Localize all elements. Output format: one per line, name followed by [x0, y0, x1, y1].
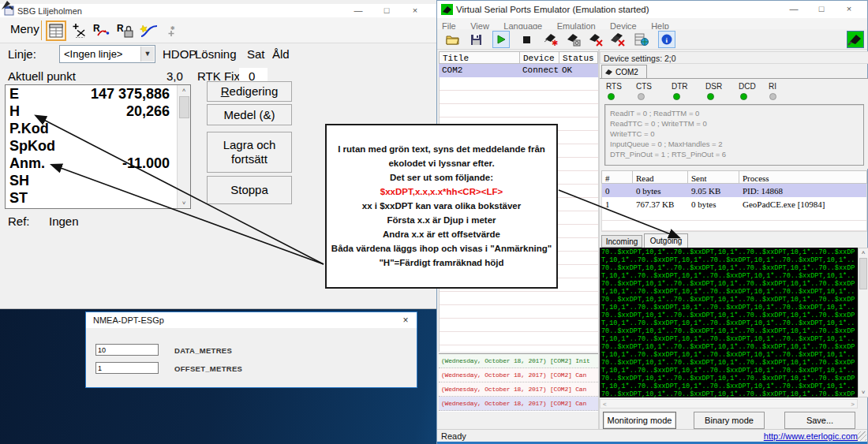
r-measure-icon[interactable]: R: [92, 21, 112, 41]
stats-icon[interactable]: [633, 31, 650, 48]
cell-sent: 9.05 KB: [688, 184, 739, 197]
medel-button[interactable]: Medel (&): [207, 104, 292, 125]
cell-status: OK: [559, 64, 598, 77]
tab-incoming[interactable]: Incoming: [601, 235, 642, 248]
sbg-minimize-button[interactable]: —: [347, 4, 369, 17]
scroll-up-icon[interactable]: ˄: [178, 87, 190, 94]
grid-view-icon[interactable]: [46, 21, 66, 41]
rts-led: [608, 93, 615, 100]
tab-com2[interactable]: COM2: [601, 65, 647, 78]
col-title[interactable]: Title: [440, 52, 520, 63]
r-lock-icon[interactable]: R: [115, 21, 136, 41]
lagra-och-fortsatt-button[interactable]: Lagra och fortsätt: [207, 132, 292, 173]
dcd-label: DCD: [739, 82, 756, 91]
stoppa-button[interactable]: Stoppa: [207, 176, 292, 204]
chevron-down-icon[interactable]: ▼: [140, 47, 154, 62]
info-line: ReadIT = 0 ; ReadTTM = 0: [610, 108, 859, 118]
dsr-led: [707, 93, 714, 100]
ri-led: [769, 93, 776, 100]
device-delete-all-icon[interactable]: [609, 31, 627, 48]
add-point-icon[interactable]: [69, 21, 90, 41]
col-sent[interactable]: Sent: [688, 171, 739, 183]
log-row[interactable]: (Wednesday, October 18, 2017) [COM2] Can: [439, 382, 598, 397]
linje-dropdown[interactable]: <Ingen linje> ▼: [59, 45, 155, 63]
cursor-icon: [0, 0, 14, 11]
scroll-right-icon[interactable]: >: [851, 401, 855, 408]
process-row[interactable]: 0 0 bytes 9.05 KB PID: 14868: [601, 184, 867, 197]
stop-icon[interactable]: [518, 31, 535, 48]
open-icon[interactable]: [443, 31, 461, 48]
list-scrollbar[interactable]: ˄ ˅: [177, 85, 190, 208]
vspe-close-button[interactable]: ×: [838, 2, 860, 16]
binary-mode-button[interactable]: Binary mode: [694, 412, 765, 429]
log-row[interactable]: (Wednesday, October 18, 2017) [COM2] Can: [439, 397, 598, 411]
vspe-maximize-button[interactable]: □: [810, 2, 832, 16]
log-row[interactable]: (Wednesday, October 18, 2017) [COM2] Can: [439, 368, 598, 382]
line-row: Linje: <Ingen linje> ▼ HDOP Lösning Sat …: [0, 45, 437, 65]
row-label[interactable]: ST: [9, 190, 28, 206]
log-row[interactable]: (Wednesday, October 18, 2017) [COM2] Ini…: [439, 354, 598, 368]
play-icon[interactable]: [492, 31, 510, 48]
scroll-thumb[interactable]: [859, 258, 867, 289]
info-line: ReadTTC = 0 ; WriteTTM = 0: [610, 118, 859, 129]
tab-outgoing[interactable]: Outgoing: [644, 233, 688, 248]
device-config-icon[interactable]: [565, 31, 582, 48]
device-add-icon[interactable]: ✱: [543, 31, 560, 48]
device-table-header: Title Device Status: [439, 51, 598, 64]
tab-incoming-label: Incoming: [606, 237, 638, 246]
table-row-com2[interactable]: COM2 Connecto: OK: [439, 64, 598, 77]
losning-header: Lösning: [195, 47, 237, 61]
data-metres-input[interactable]: [95, 344, 159, 356]
save-button[interactable]: Save...: [784, 412, 855, 429]
scroll-left-icon[interactable]: <: [603, 401, 607, 408]
vspe-minimize-button[interactable]: —: [783, 2, 805, 16]
scroll-thumb[interactable]: [179, 96, 189, 118]
row-label[interactable]: E: [9, 86, 19, 102]
terminal-horizontal-scrollbar[interactable]: < >: [600, 399, 858, 409]
offset-metres-input[interactable]: [95, 362, 159, 374]
info-icon[interactable]: i: [658, 31, 675, 48]
col-process[interactable]: Process: [739, 171, 866, 183]
list-item: E147 375,886: [6, 85, 190, 103]
hdop-value: 3,0: [166, 69, 183, 83]
annotation-line: xx i $xxDPT kan vara olika bokstäver: [327, 199, 556, 213]
process-table-empty-rows: [601, 211, 867, 232]
row-label[interactable]: SpM: [9, 207, 39, 209]
curve-icon[interactable]: [139, 21, 159, 41]
redigering-button[interactable]: Redigering: [207, 81, 292, 102]
row-label[interactable]: SpKod: [9, 138, 55, 154]
row-label[interactable]: P.Kod: [9, 121, 49, 136]
col-status[interactable]: Status: [559, 52, 599, 63]
event-log: (Wednesday, October 18, 2017) [COM2] Ini…: [439, 353, 598, 412]
add-small-icon[interactable]: ✱: [161, 21, 181, 41]
point-attribute-list[interactable]: E147 375,886 H20,266 P.Kod SpKod Anm.-11…: [5, 84, 191, 209]
row-label[interactable]: Anm.: [9, 155, 45, 171]
dialog-close-button[interactable]: ×: [400, 315, 411, 326]
linje-dropdown-value: <Ingen linje>: [64, 48, 122, 60]
nmea-dpt-dialog: NMEA-DPT-ESGp × DATA_METRES OFFSET_METRE…: [85, 312, 417, 388]
ri-label: RI: [769, 82, 776, 91]
monitoring-mode-button[interactable]: Monitoring mode: [603, 412, 676, 429]
sbg-menu-meny[interactable]: Meny: [10, 22, 39, 35]
ref-label: Ref:: [8, 215, 30, 228]
scroll-down-icon[interactable]: ˅: [859, 389, 868, 396]
eterlogic-link[interactable]: http://www.eterlogic.com: [764, 431, 858, 441]
sbg-close-button[interactable]: ×: [404, 4, 426, 17]
tab-outgoing-label: Outgoing: [650, 237, 683, 245]
device-delete-icon[interactable]: [587, 31, 604, 48]
col-read[interactable]: Read: [633, 171, 688, 183]
scroll-up-icon[interactable]: ˄: [859, 249, 868, 256]
save-icon[interactable]: [467, 31, 485, 48]
row-value: 20,266: [126, 103, 170, 120]
list-item: ST: [6, 189, 190, 207]
sbg-maximize-button[interactable]: □: [376, 4, 398, 17]
row-label[interactable]: SH: [9, 173, 29, 188]
row-label[interactable]: H: [9, 103, 20, 119]
resize-grip[interactable]: [857, 431, 866, 441]
cell-title: COM2: [439, 64, 519, 77]
terminal-vertical-scrollbar[interactable]: ˄ ˅: [858, 248, 868, 397]
scroll-down-icon[interactable]: ˅: [178, 200, 190, 207]
col-num[interactable]: #: [602, 171, 633, 183]
col-device[interactable]: Device: [520, 52, 559, 63]
process-row[interactable]: 1 767.37 KB 0 bytes GeoPadCE.exe [10984]: [601, 197, 867, 211]
